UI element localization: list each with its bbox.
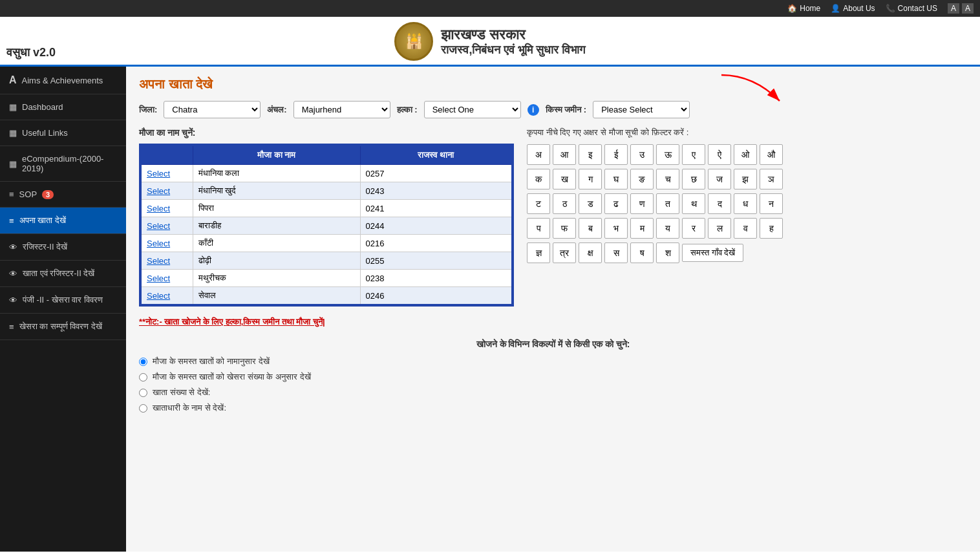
- alpha-filter-btn[interactable]: म: [630, 218, 654, 239]
- alpha-filter-btn[interactable]: च: [656, 169, 679, 189]
- table-scroll[interactable]: मौजा का नाम राजस्व थाना Select मंधानिया …: [139, 144, 514, 307]
- info-icon[interactable]: i: [527, 104, 539, 116]
- kism-select[interactable]: Please Select: [593, 101, 690, 118]
- table-row: Select सेवाल 0246: [141, 287, 512, 305]
- anchal-select[interactable]: Majurhend: [293, 101, 390, 118]
- alpha-filter-btn[interactable]: ह: [760, 218, 783, 239]
- radio-label-opt1: मौजा के समस्त खातों को नामानुसार देखें: [153, 356, 270, 367]
- alpha-filter-btn[interactable]: फ: [553, 218, 576, 239]
- mauza-name-cell: मंधानिया कला: [193, 165, 360, 182]
- alpha-filter-btn[interactable]: छ: [682, 169, 705, 189]
- contact-link[interactable]: 📞 Contact US: [886, 4, 937, 13]
- sidebar-item-aims[interactable]: A Aims & Achievements: [0, 67, 126, 94]
- alpha-filter-btn[interactable]: ञ: [760, 169, 783, 189]
- sidebar-item-khata-register2[interactable]: 👁 खाता एवं रजिस्टर-II देखें: [0, 261, 126, 287]
- alpha-filter-btn[interactable]: क: [527, 169, 550, 189]
- alpha-filter-btn[interactable]: ए: [682, 144, 705, 165]
- alpha-filter-btn[interactable]: य: [656, 218, 679, 239]
- alpha-filter-btn[interactable]: व: [734, 218, 757, 239]
- alpha-filter-btn[interactable]: ण: [630, 193, 654, 214]
- apna-khata-icon: ≡: [9, 216, 14, 226]
- alpha-filter-btn[interactable]: भ: [604, 218, 628, 239]
- alpha-filter-btn[interactable]: श: [656, 242, 679, 263]
- alpha-filter-btn[interactable]: ज्ञ: [527, 242, 550, 263]
- sidebar-item-apna-khata[interactable]: ≡ अपना खाता देखें: [0, 208, 126, 234]
- alpha-filter-btn[interactable]: ध: [734, 193, 757, 214]
- sidebar-label-apna-khata: अपना खाता देखें: [19, 215, 66, 226]
- alpha-filter-btn[interactable]: ई: [604, 144, 628, 165]
- alpha-filter-btn[interactable]: ख: [553, 169, 576, 189]
- alpha-filter-btn[interactable]: न: [760, 193, 783, 214]
- alpha-filter-btn[interactable]: त: [656, 193, 679, 214]
- radio-input-opt4[interactable]: [139, 404, 147, 413]
- alpha-filter-btn[interactable]: ठ: [553, 193, 576, 214]
- radio-input-opt2[interactable]: [139, 373, 147, 382]
- sidebar-label-ecompendium: eCompendium-(2000-2019): [22, 154, 117, 173]
- font-size-medium-btn[interactable]: A: [962, 3, 974, 14]
- alpha-filter-btn[interactable]: ड: [579, 193, 602, 214]
- alpha-filter-btn[interactable]: ओ: [734, 144, 757, 165]
- top-bar: 🏠 Home 👤 About Us 📞 Contact US A A: [0, 0, 980, 17]
- alpha-filter-btn[interactable]: ऐ: [708, 144, 731, 165]
- select-cell[interactable]: Select: [141, 200, 193, 217]
- alpha-filter-btn[interactable]: ऊ: [656, 144, 679, 165]
- radio-input-opt3[interactable]: [139, 389, 147, 397]
- alpha-filter-btn[interactable]: ग: [579, 169, 602, 189]
- font-size-controls: A A: [948, 3, 974, 14]
- alpha-row: अआइईउऊएऐओऔ: [527, 144, 967, 165]
- alpha-filter-btn[interactable]: र: [682, 218, 705, 239]
- radio-option: खाताधारी के नाम से देखें:: [139, 403, 967, 413]
- table-area: मौजा का नाम चुनें: मौजा का नाम राजस्व था…: [139, 127, 514, 307]
- alpha-filter-btn[interactable]: ब: [579, 218, 602, 239]
- radio-input-opt1[interactable]: [139, 358, 147, 366]
- sidebar-item-dashboard[interactable]: ▦ Dashboard: [0, 94, 126, 120]
- halka-label: हल्का :: [397, 105, 418, 115]
- sidebar-item-khesra[interactable]: ≡ खेसरा का सम्पूर्ण विवरण देखें: [0, 314, 126, 340]
- alpha-filter-btn[interactable]: ङ: [630, 169, 654, 189]
- alpha-filter-btn[interactable]: थ: [682, 193, 705, 214]
- alpha-filter-btn[interactable]: ढ: [604, 193, 628, 214]
- page-header: वसुधा v2.0 🕌 झारखण्ड सरकार राजस्व,निबंधन…: [0, 17, 980, 67]
- home-link[interactable]: 🏠 Home: [787, 4, 820, 13]
- sidebar-item-ecompendium[interactable]: ▦ eCompendium-(2000-2019): [0, 146, 126, 182]
- halka-select[interactable]: Select One: [424, 101, 521, 118]
- alpha-filter-btn[interactable]: घ: [604, 169, 628, 189]
- sidebar-item-useful-links[interactable]: ▦ Useful Links: [0, 120, 126, 146]
- govt-logo: 🕌: [394, 22, 433, 61]
- alpha-filter-btn[interactable]: द: [708, 193, 731, 214]
- about-link[interactable]: 👤 About Us: [831, 4, 875, 13]
- sidebar-item-panji2[interactable]: 👁 पंजी -II - खेसरा वार विवरण: [0, 287, 126, 314]
- mauza-heading: मौजा का नाम चुनें:: [139, 127, 514, 138]
- select-cell[interactable]: Select: [141, 270, 193, 287]
- radio-option: मौजा के समस्त खातों को नामानुसार देखें: [139, 356, 967, 367]
- alpha-filter-btn[interactable]: ट: [527, 193, 550, 214]
- sop-badge: 3: [42, 190, 54, 199]
- alpha-filter-btn[interactable]: झ: [734, 169, 757, 189]
- alpha-filter-btn[interactable]: क्ष: [579, 242, 602, 263]
- alpha-filter-btn[interactable]: उ: [630, 144, 654, 165]
- alpha-filter-btn[interactable]: ष: [630, 242, 654, 263]
- alpha-filter-btn[interactable]: त्र: [553, 242, 576, 263]
- alpha-filter-btn[interactable]: प: [527, 218, 550, 239]
- select-cell[interactable]: Select: [141, 235, 193, 252]
- alpha-filter-btn[interactable]: इ: [579, 144, 602, 165]
- alpha-filter-btn[interactable]: आ: [553, 144, 576, 165]
- radio-label-opt2: मौजा के समस्त खातों को खेसरा संख्या के अ…: [153, 372, 311, 382]
- samast-btn[interactable]: समस्त गाँव देखें: [682, 244, 743, 262]
- alpha-filter-btn[interactable]: स: [604, 242, 628, 263]
- select-cell[interactable]: Select: [141, 287, 193, 305]
- alpha-filter-btn[interactable]: औ: [760, 144, 783, 165]
- select-cell[interactable]: Select: [141, 252, 193, 270]
- sidebar-item-register2[interactable]: 👁 रजिस्टर-II देखें: [0, 234, 126, 261]
- select-cell[interactable]: Select: [141, 165, 193, 182]
- mauza-table: मौजा का नाम राजस्व थाना Select मंधानिया …: [140, 145, 513, 305]
- sidebar-item-sop[interactable]: ≡ SOP 3: [0, 182, 126, 208]
- select-cell[interactable]: Select: [141, 182, 193, 200]
- alpha-filter-btn[interactable]: अ: [527, 144, 550, 165]
- alpha-filter-btn[interactable]: ज: [708, 169, 731, 189]
- select-cell[interactable]: Select: [141, 217, 193, 235]
- jila-select[interactable]: Chatra: [164, 101, 261, 118]
- alpha-filter-btn[interactable]: ल: [708, 218, 731, 239]
- table-row: Select बाराडीह 0244: [141, 217, 512, 235]
- font-size-large-btn[interactable]: A: [948, 3, 959, 14]
